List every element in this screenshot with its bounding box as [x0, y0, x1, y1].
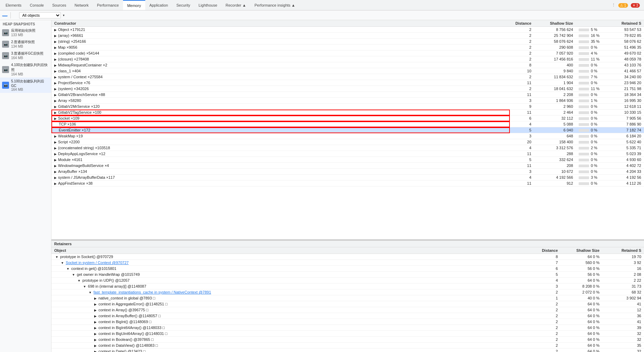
ret-col-distance[interactable]: Distance — [536, 247, 561, 254]
tree-toggle[interactable]: ▼ — [78, 279, 81, 282]
col-header-shallow-size[interactable]: Shallow Size — [534, 20, 576, 27]
tab-recorder[interactable]: Recorder ▲ — [221, 0, 250, 10]
row-toggle[interactable]: ▶ — [54, 99, 57, 103]
tree-toggle[interactable]: ▶ — [94, 350, 97, 352]
row-toggle[interactable]: ▶ — [54, 111, 57, 114]
col-header-constructor[interactable]: Constructor — [51, 20, 510, 27]
table-row-constructor[interactable]: ▶system / JSArrayBufferData ×117 — [51, 175, 510, 181]
table-row-constructor[interactable]: ▶Module ×4161 — [51, 157, 510, 163]
snapshot-item-5[interactable]: 📷 5.100次创建队列列后GC 164 MB — [0, 78, 51, 93]
table-row-constructor[interactable]: ▶Array ×58280 — [51, 98, 510, 104]
row-toggle[interactable]: ▶ — [54, 176, 57, 179]
table-row-constructor[interactable]: TCP ×106 — [51, 121, 510, 127]
table-row-constructor[interactable]: ▶Script ×2200 — [51, 139, 510, 145]
table-row-constructor[interactable]: ▶class_1 ×404 — [51, 68, 510, 74]
summary-tab[interactable] — [2, 14, 8, 16]
tab-network[interactable]: Network — [71, 0, 93, 10]
row-toggle[interactable]: ▶ — [54, 87, 57, 91]
tree-toggle[interactable]: ▶ — [94, 309, 97, 312]
tab-elements[interactable]: Elements — [1, 0, 26, 10]
retainer-link[interactable]: fast_template_instantiations_cache in sy… — [93, 290, 211, 294]
table-row-constructor[interactable]: ▶ProjectService ×76 — [51, 80, 510, 86]
table-row-constructor[interactable]: ▶GitlabV2TagService ×100 — [51, 110, 510, 115]
class-filter-select[interactable]: All objects Array Object String — [19, 12, 61, 18]
tree-toggle[interactable]: ▼ — [89, 291, 92, 294]
table-row-constructor[interactable]: ▶(closure) ×278408 — [51, 56, 510, 62]
row-toggle[interactable]: ▶ — [54, 40, 57, 43]
table-row-constructor[interactable]: ▶ArrayBuffer ×134 — [51, 169, 510, 175]
tab-performance[interactable]: Performance — [93, 0, 123, 10]
row-toggle[interactable]: ▶ — [54, 28, 57, 32]
tab-security[interactable]: Security — [172, 0, 194, 10]
tree-toggle[interactable]: ▶ — [94, 303, 97, 306]
tree-toggle[interactable]: ▼ — [61, 261, 64, 265]
tab-sources[interactable]: Sources — [48, 0, 70, 10]
table-row-constructor[interactable]: ▶Map ×9056 — [51, 45, 510, 50]
tab-lighthouse[interactable]: Lighthouse — [194, 0, 221, 10]
snapshot-item-1[interactable]: 📷 应用初始化快照 133 MB — [0, 27, 51, 38]
snapshot-item-4[interactable]: 📷 4.100次创建队列列后快照 164 MB — [0, 61, 51, 78]
col-header-distance[interactable]: Distance — [510, 20, 534, 27]
row-toggle[interactable]: ▶ — [54, 58, 57, 61]
tree-toggle[interactable]: ▶ — [94, 320, 97, 324]
table-row-constructor[interactable]: ▶GitlabV2BranchService ×88 — [51, 92, 510, 98]
tree-toggle[interactable]: ▶ — [94, 338, 97, 342]
tab-memory[interactable]: Memory — [123, 0, 145, 10]
tree-toggle[interactable]: ▼ — [83, 285, 86, 288]
tree-toggle[interactable]: ▶ — [94, 297, 97, 300]
tree-toggle[interactable]: ▶ — [94, 344, 97, 347]
tree-toggle[interactable]: ▶ — [94, 332, 97, 336]
row-toggle[interactable]: ▶ — [54, 164, 57, 168]
table-row-constructor[interactable]: ▶AppFindService ×38 — [51, 181, 510, 186]
table-row-constructor[interactable]: ▶WeakMap ×19 — [51, 133, 510, 139]
row-toggle[interactable]: ▶ — [54, 75, 57, 79]
row-toggle[interactable]: ▶ — [54, 70, 57, 73]
col-header-retained-size[interactable]: Retained S — [602, 20, 644, 27]
row-toggle[interactable]: ▶ — [54, 141, 57, 144]
ret-col-object[interactable]: Object — [51, 247, 536, 254]
row-toggle[interactable]: ▶ — [54, 158, 57, 162]
row-toggle[interactable]: ▶ — [54, 152, 57, 156]
row-toggle[interactable]: ▶ — [54, 52, 57, 55]
row-toggle[interactable]: ▶ — [54, 135, 57, 138]
table-row-constructor[interactable]: ▶(string) ×254166 — [51, 39, 510, 45]
tree-toggle[interactable]: ▼ — [55, 255, 58, 259]
ret-col-retained[interactable]: Retained S — [602, 247, 644, 254]
table-row-constructor[interactable]: ▶WindowImageBuildService ×4 — [51, 163, 510, 169]
table-row-constructor[interactable]: ▶system / Context ×275584 — [51, 74, 510, 80]
table-row-constructor[interactable]: ▶DeployAppLogsService ×12 — [51, 151, 510, 157]
retainer-row-retained: 35 — [602, 343, 644, 349]
table-row-distance: 11 — [510, 80, 534, 86]
table-row-constructor[interactable]: ▶(concatenated string) ×103518 — [51, 145, 510, 151]
ret-col-shallow[interactable]: Shallow Size — [561, 247, 602, 254]
row-toggle[interactable]: ▶ — [54, 182, 57, 185]
tree-toggle[interactable]: ▶ — [94, 314, 97, 318]
table-row-constructor[interactable]: ▶GitlabV2MrService ×120 — [51, 104, 510, 110]
table-row-constructor[interactable]: ▶Socket ×109 — [51, 115, 510, 121]
row-toggle[interactable]: ▶ — [54, 170, 57, 174]
table-row-constructor[interactable]: ▶(system) ×342026 — [51, 86, 510, 92]
snapshot-item-3[interactable]: 📷 3.普通循环GC后快照 164 MB — [0, 50, 51, 61]
row-toggle[interactable]: ▶ — [54, 46, 57, 49]
row-toggle[interactable]: ▶ — [54, 64, 57, 67]
row-toggle[interactable]: ▶ — [54, 34, 57, 38]
tree-toggle[interactable]: ▼ — [66, 267, 70, 271]
tab-console[interactable]: Console — [26, 0, 48, 10]
snapshot-item-2[interactable]: 📷 2.普通循环快照 134 MB — [0, 38, 51, 50]
table-row-constructor[interactable]: ▶(compiled code) ×54144 — [51, 50, 510, 56]
table-row-constructor[interactable]: ▶MidwayRequestContainer ×2 — [51, 62, 510, 68]
tab-application[interactable]: Application — [145, 0, 172, 10]
table-row-constructor[interactable]: EventEmitter ×172 — [51, 127, 510, 133]
row-toggle[interactable]: ▶ — [54, 146, 57, 150]
progress-bar — [579, 70, 589, 73]
row-toggle[interactable]: ▶ — [54, 81, 57, 85]
tree-toggle[interactable]: ▼ — [72, 273, 75, 277]
row-toggle[interactable]: ▶ — [54, 117, 57, 120]
row-toggle[interactable]: ▶ — [54, 93, 57, 97]
table-row-constructor[interactable]: ▶(array) ×96661 — [51, 33, 510, 39]
retainer-link[interactable]: Socket in system / Context @970727 — [66, 261, 129, 265]
row-toggle[interactable]: ▶ — [54, 105, 57, 109]
tree-toggle[interactable]: ▶ — [94, 326, 97, 330]
tab-performance-insights[interactable]: Performance insights ▲ — [250, 0, 299, 10]
table-row-constructor[interactable]: ▶Object ×179121 — [51, 27, 510, 33]
